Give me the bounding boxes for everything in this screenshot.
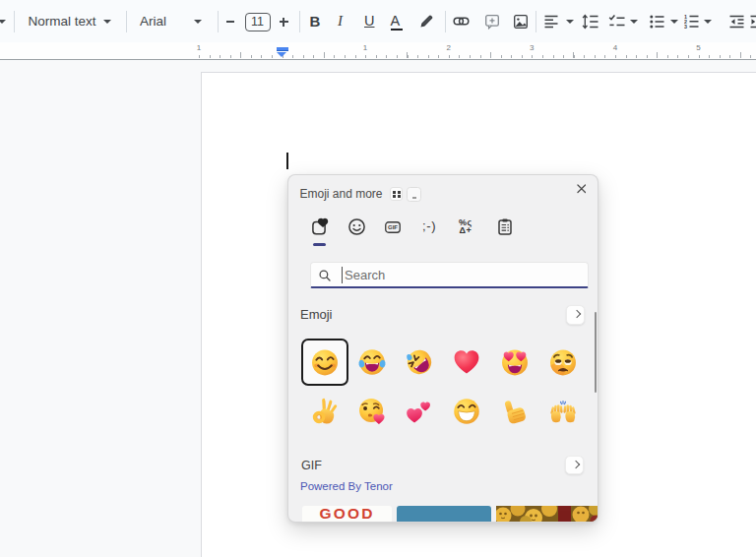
svg-text:GIF: GIF <box>388 224 398 230</box>
svg-text:3: 3 <box>684 24 687 29</box>
